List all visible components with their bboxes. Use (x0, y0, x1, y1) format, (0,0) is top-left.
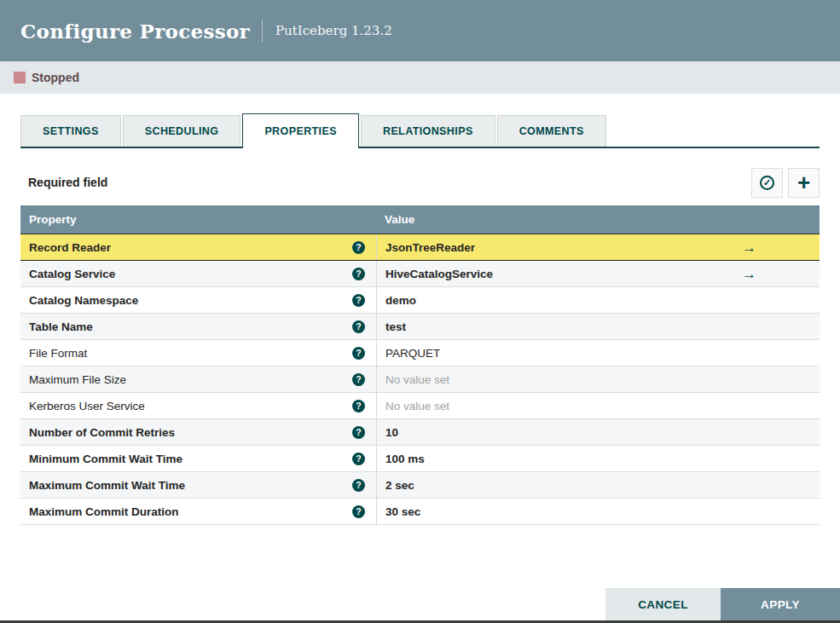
verify-properties-button[interactable]: ✓ (751, 168, 783, 198)
processor-type-version: PutIceberg 1.23.2 (275, 23, 392, 38)
apply-button[interactable]: APPLY (721, 588, 840, 620)
go-to-service-arrow-icon[interactable]: → (742, 267, 756, 281)
property-name: Catalog Namespace (29, 294, 352, 307)
column-header-property: Property (20, 213, 376, 226)
property-row[interactable]: Maximum Commit Wait Time?2 sec (20, 472, 820, 499)
plus-icon: + (797, 174, 810, 191)
property-row[interactable]: Number of Commit Retries?10 (20, 419, 820, 446)
tab-scheduling[interactable]: SCHEDULING (123, 115, 241, 147)
property-value[interactable]: PARQUET (385, 347, 440, 360)
help-icon[interactable]: ? (352, 294, 365, 307)
property-value[interactable]: JsonTreeReader (385, 241, 475, 254)
table-header: Property Value (20, 205, 820, 234)
property-name: Maximum Commit Wait Time (29, 479, 352, 492)
help-icon[interactable]: ? (352, 400, 365, 412)
property-row[interactable]: File Format?PARQUET (20, 340, 820, 366)
check-circle-icon: ✓ (760, 176, 774, 190)
property-name: Number of Commit Retries (29, 426, 352, 439)
property-name: Record Reader (29, 241, 352, 254)
property-value[interactable]: No value set (385, 400, 449, 412)
dialog-header: Configure Processor PutIceberg 1.23.2 (0, 0, 840, 61)
dialog-title: Configure Processor (20, 20, 250, 43)
help-icon[interactable]: ? (352, 268, 365, 280)
status-bar: Stopped (0, 61, 840, 94)
help-icon[interactable]: ? (352, 505, 365, 518)
property-name: File Format (29, 347, 352, 360)
property-name: Maximum File Size (29, 373, 352, 386)
add-property-button[interactable]: + (788, 168, 820, 198)
property-value[interactable]: demo (385, 294, 416, 307)
status-label: Stopped (32, 71, 79, 84)
property-name: Minimum Commit Wait Time (29, 453, 352, 465)
property-row[interactable]: Record Reader?JsonTreeReader→ (20, 234, 820, 261)
help-icon[interactable]: ? (352, 241, 365, 254)
help-icon[interactable]: ? (352, 426, 365, 439)
help-icon[interactable]: ? (352, 373, 365, 386)
properties-table: Property Value Record Reader?JsonTreeRea… (20, 205, 820, 525)
go-to-service-arrow-icon[interactable]: → (742, 240, 756, 255)
column-header-value: Value (376, 213, 731, 226)
dialog-footer: CANCEL APPLY (605, 588, 840, 620)
property-row[interactable]: Catalog Service?HiveCatalogService→ (20, 261, 820, 287)
title-divider (262, 20, 263, 43)
property-name: Maximum Commit Duration (29, 505, 352, 518)
properties-toolbar: Required field ✓ + (20, 167, 820, 198)
tab-relationships[interactable]: RELATIONSHIPS (361, 115, 495, 147)
property-name: Kerberos User Service (29, 400, 352, 412)
tab-properties[interactable]: PROPERTIES (242, 113, 359, 148)
help-icon[interactable]: ? (352, 347, 365, 360)
property-name: Catalog Service (29, 268, 352, 280)
property-row[interactable]: Maximum File Size?No value set (20, 366, 820, 393)
help-icon[interactable]: ? (352, 479, 365, 492)
property-value[interactable]: 10 (385, 426, 398, 439)
configure-processor-dialog: Configure Processor PutIceberg 1.23.2 St… (0, 0, 840, 623)
property-row[interactable]: Catalog Namespace?demo (20, 287, 820, 314)
property-value[interactable]: HiveCatalogService (385, 268, 493, 280)
help-icon[interactable]: ? (352, 320, 365, 333)
tab-comments[interactable]: COMMENTS (497, 115, 606, 147)
required-field-label: Required field (28, 176, 107, 189)
property-value[interactable]: 2 sec (385, 479, 414, 492)
stopped-status-icon (14, 72, 26, 84)
property-value[interactable]: 30 sec (385, 505, 420, 518)
tab-bar: SETTINGSSCHEDULINGPROPERTIESRELATIONSHIP… (20, 113, 820, 148)
property-row[interactable]: Minimum Commit Wait Time?100 ms (20, 446, 820, 472)
property-value[interactable]: test (385, 320, 406, 333)
property-name: Table Name (29, 320, 352, 333)
help-icon[interactable]: ? (352, 453, 365, 465)
property-row[interactable]: Table Name?test (20, 314, 820, 340)
property-row[interactable]: Kerberos User Service?No value set (20, 393, 820, 419)
property-value[interactable]: No value set (385, 373, 449, 386)
property-value[interactable]: 100 ms (385, 453, 425, 465)
cancel-button[interactable]: CANCEL (605, 588, 721, 620)
property-row[interactable]: Maximum Commit Duration?30 sec (20, 499, 820, 525)
tab-settings[interactable]: SETTINGS (20, 115, 121, 147)
